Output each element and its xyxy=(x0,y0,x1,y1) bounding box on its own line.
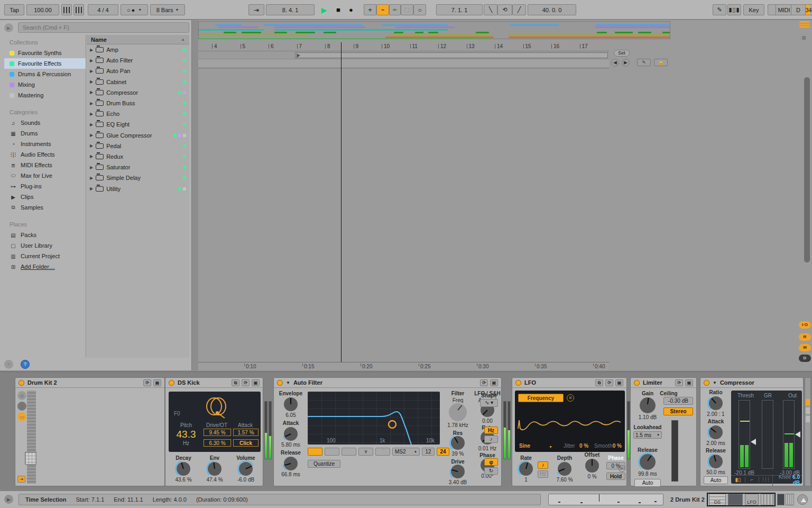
collapsed-view-icon[interactable]: ▮▯ xyxy=(731,477,745,483)
time-signature-field[interactable]: 4 / 4 xyxy=(88,4,118,15)
tempo-field[interactable]: 100.00 xyxy=(26,4,59,15)
release-knob[interactable] xyxy=(640,454,656,470)
res-value[interactable]: 39 % xyxy=(444,451,472,457)
category-item[interactable]: ⊶Plug-ins xyxy=(4,181,86,192)
collection-item[interactable]: Favourite Synths xyxy=(4,48,86,58)
jitter-value[interactable]: 0 % xyxy=(579,443,588,449)
pad-overview-strip[interactable] xyxy=(27,391,36,484)
device-on-led[interactable] xyxy=(19,380,24,386)
device-on-led[interactable] xyxy=(634,380,640,386)
expand-arrow-icon[interactable]: ▶ xyxy=(90,58,93,63)
tap-tempo-button[interactable]: Tap xyxy=(4,4,24,15)
expand-arrow-icon[interactable]: ▶ xyxy=(90,154,93,159)
gain-value[interactable]: 1.10 dB xyxy=(633,414,662,420)
place-item[interactable]: ⊞Add Folder… xyxy=(4,261,86,272)
unmap-icon[interactable]: ✕ xyxy=(567,394,574,402)
envelope-amount-knob[interactable] xyxy=(284,397,298,411)
phase-mode-button[interactable]: φ xyxy=(484,458,498,466)
save-preset-icon[interactable]: ▣ xyxy=(153,379,161,386)
collection-item[interactable]: Mastering xyxy=(4,90,86,101)
strip-button-active[interactable] xyxy=(806,399,810,405)
beat-time-ruler[interactable]: 4567891011121314151617 xyxy=(198,42,609,51)
time-ruler[interactable]: 0:100:150:200:250:300:350:40 xyxy=(198,362,609,370)
clip-overview-toggle-icon[interactable]: ▦ xyxy=(799,33,808,42)
delay-section-toggle[interactable]: D xyxy=(799,355,811,362)
preview-toggle-icon[interactable]: ≈ xyxy=(4,360,13,369)
stereo-button[interactable]: Stereo xyxy=(663,407,693,415)
browser-device-item[interactable]: ▶Simple Delay xyxy=(87,173,189,183)
sort-arrow-icon[interactable]: ▲ xyxy=(181,37,185,42)
res-knob[interactable] xyxy=(451,436,465,450)
overdub-button[interactable]: + xyxy=(364,4,376,15)
browser-device-item[interactable]: ▶Pedal xyxy=(87,141,189,151)
io-section-toggle[interactable]: I·O xyxy=(799,321,811,329)
nudge-up-button[interactable] xyxy=(73,4,84,15)
hold-button[interactable]: Hold xyxy=(606,473,625,480)
browser-device-item[interactable]: ▶Compressor xyxy=(87,87,189,98)
attack-knob[interactable] xyxy=(284,427,298,441)
device-title[interactable]: Auto Filter xyxy=(293,379,322,386)
env-knob[interactable] xyxy=(208,462,222,476)
mixer-section-toggle[interactable]: M xyxy=(799,344,811,351)
scrub-area[interactable] xyxy=(198,59,609,68)
ceiling-value[interactable]: -0.30 dB xyxy=(663,397,693,405)
r-button[interactable]: R xyxy=(619,465,625,472)
expand-arrow-icon[interactable]: ▶ xyxy=(90,79,93,84)
slope-12-button[interactable]: 12 xyxy=(422,448,435,456)
follow-button[interactable]: ⇥ xyxy=(248,4,264,15)
expand-arrow-icon[interactable]: ▶ xyxy=(90,122,93,127)
device-thumbnail-lfo[interactable]: LFO xyxy=(745,494,759,505)
offset-knob[interactable] xyxy=(585,459,599,473)
drive-knob[interactable] xyxy=(451,465,465,478)
category-item[interactable]: ≣MIDI Effects xyxy=(4,160,86,170)
collection-item[interactable]: Mixing xyxy=(4,79,86,90)
browser-device-item[interactable]: ▶Drum Buss xyxy=(87,98,189,108)
category-item[interactable]: ♫Sounds xyxy=(4,117,86,128)
knee-value[interactable]: 6.0 dB xyxy=(792,474,800,486)
rack-io-icon[interactable]: ◎ xyxy=(17,391,26,400)
expand-arrow-icon[interactable]: ▶ xyxy=(90,48,93,52)
shape-chooser[interactable]: ∿ ▾ xyxy=(480,399,498,407)
device-on-led[interactable] xyxy=(277,380,283,386)
browser-device-item[interactable]: ▶Amp xyxy=(87,44,189,55)
collection-item[interactable]: Favourite Effects xyxy=(4,58,86,69)
name-column-header[interactable]: Name xyxy=(91,37,107,43)
loop-strip[interactable] xyxy=(198,51,609,59)
click-toggle[interactable]: Click xyxy=(233,439,259,447)
key-map-button[interactable]: Key xyxy=(743,4,764,15)
expand-arrow-icon[interactable]: ▶ xyxy=(90,176,93,180)
computer-midi-keyboard-button[interactable]: ▮▯▮ xyxy=(727,4,741,15)
save-preset-icon[interactable]: ▣ xyxy=(685,379,693,386)
loop-brace[interactable] xyxy=(295,52,608,58)
device-fold-icon[interactable]: ▼ xyxy=(713,380,717,385)
out-meter[interactable] xyxy=(783,400,795,469)
thresh-handle[interactable] xyxy=(751,439,756,445)
hot-swap-icon[interactable]: ⟳ xyxy=(480,379,488,386)
attack-value[interactable]: 1.57 % xyxy=(233,429,259,436)
expand-arrow-icon[interactable]: ▶ xyxy=(90,101,93,106)
device-thumbnail[interactable] xyxy=(728,494,743,505)
attack-knob[interactable] xyxy=(709,425,723,439)
capture-midi-button[interactable]: ⬚ xyxy=(401,4,413,15)
info-icon[interactable]: ? xyxy=(21,360,30,369)
depth-knob[interactable] xyxy=(558,462,571,476)
rate-knob[interactable] xyxy=(519,462,533,476)
highpass-button[interactable] xyxy=(325,448,339,456)
lock-icon[interactable]: 🔒 xyxy=(654,59,668,66)
rate-hz-button[interactable]: Hz xyxy=(538,470,548,478)
device-on-led[interactable] xyxy=(169,380,174,386)
category-item[interactable]: ᎒|᎒Audio Effects xyxy=(4,149,86,160)
env-value[interactable]: 47.4 % xyxy=(200,477,229,483)
playhead[interactable] xyxy=(341,42,342,362)
strip-button[interactable] xyxy=(806,407,810,414)
release-value[interactable]: 99.8 ms xyxy=(633,471,662,477)
save-preset-icon[interactable]: ▣ xyxy=(615,379,623,386)
browser-device-item[interactable]: ▶Echo xyxy=(87,108,189,119)
rate-sync-button[interactable]: ♪ xyxy=(538,461,548,469)
loop-length-field[interactable]: 40. 0. 0 xyxy=(528,4,576,15)
automation-arm-button[interactable]: ⌁ xyxy=(376,4,389,15)
amount-value[interactable]: 0.00 xyxy=(474,418,501,424)
drive-value[interactable]: 9.45 % xyxy=(204,429,231,436)
device-scroll-strip[interactable] xyxy=(805,377,811,486)
strip-button[interactable] xyxy=(806,416,810,422)
